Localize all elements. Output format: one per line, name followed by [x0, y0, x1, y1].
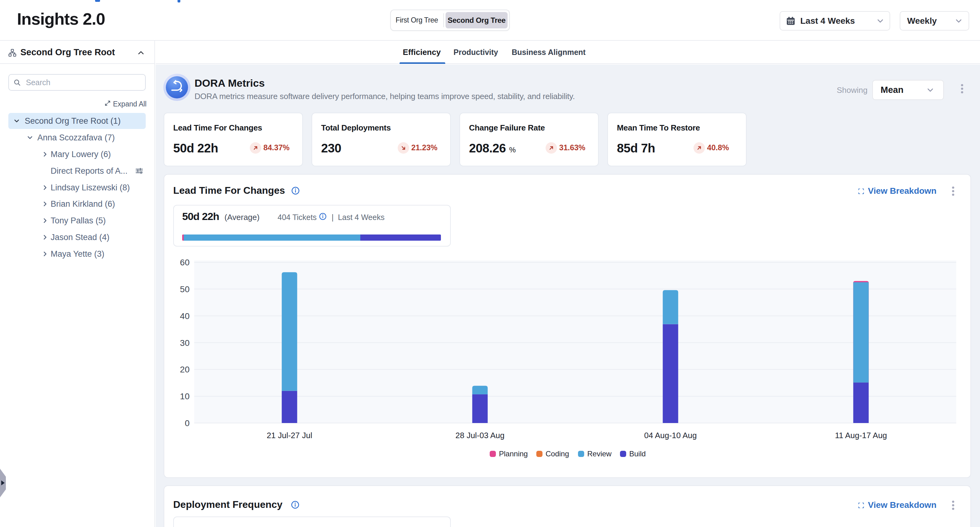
svg-text:10: 10: [180, 392, 189, 401]
svg-text:Review: Review: [587, 449, 612, 458]
svg-text:21 Jul-27 Jul: 21 Jul-27 Jul: [267, 431, 312, 440]
svg-text:Coding: Coding: [546, 449, 569, 458]
svg-text:20: 20: [180, 365, 189, 374]
svg-text:11 Aug-17 Aug: 11 Aug-17 Aug: [835, 431, 887, 440]
svg-text:60: 60: [180, 258, 189, 267]
svg-text:0: 0: [185, 418, 189, 428]
svg-text:28 Jul-03 Aug: 28 Jul-03 Aug: [455, 431, 504, 440]
svg-text:40: 40: [180, 311, 189, 321]
svg-text:50: 50: [180, 284, 189, 294]
svg-text:Planning: Planning: [499, 449, 528, 458]
svg-text:30: 30: [180, 338, 189, 348]
svg-text:Build: Build: [629, 449, 646, 458]
svg-text:04 Aug-10 Aug: 04 Aug-10 Aug: [644, 431, 697, 440]
